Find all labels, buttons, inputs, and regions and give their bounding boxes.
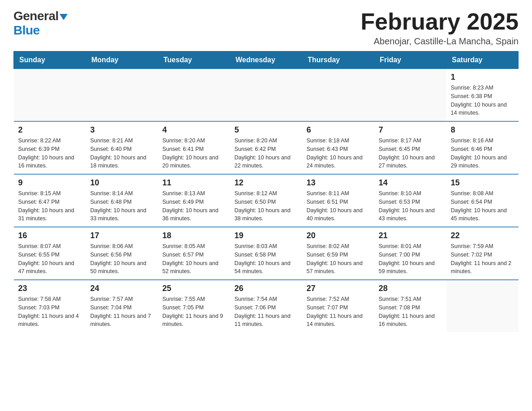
day-info: Sunrise: 7:59 AM Sunset: 7:02 PM Dayligh…: [451, 242, 514, 276]
calendar-cell: 17Sunrise: 8:06 AM Sunset: 6:56 PM Dayli…: [86, 227, 158, 280]
day-info: Sunrise: 8:21 AM Sunset: 6:40 PM Dayligh…: [90, 137, 154, 170]
day-info: Sunrise: 8:13 AM Sunset: 6:49 PM Dayligh…: [163, 189, 226, 223]
calendar-cell: 21Sunrise: 8:01 AM Sunset: 7:00 PM Dayli…: [374, 227, 446, 280]
calendar-week-row: 1Sunrise: 8:23 AM Sunset: 6:38 PM Daylig…: [14, 69, 519, 122]
calendar-cell: 9Sunrise: 8:15 AM Sunset: 6:47 PM Daylig…: [14, 174, 86, 227]
calendar-cell: 24Sunrise: 7:57 AM Sunset: 7:04 PM Dayli…: [86, 280, 158, 332]
day-info: Sunrise: 7:52 AM Sunset: 7:07 PM Dayligh…: [307, 295, 370, 329]
day-info: Sunrise: 7:57 AM Sunset: 7:04 PM Dayligh…: [90, 295, 154, 329]
day-info: Sunrise: 8:18 AM Sunset: 6:43 PM Dayligh…: [307, 137, 370, 170]
logo: General Blue: [13, 9, 68, 38]
day-number: 5: [235, 125, 298, 135]
day-number: 18: [163, 231, 226, 240]
day-info: Sunrise: 7:51 AM Sunset: 7:08 PM Dayligh…: [379, 295, 442, 329]
calendar-cell: 13Sunrise: 8:11 AM Sunset: 6:51 PM Dayli…: [302, 174, 374, 227]
day-info: Sunrise: 8:23 AM Sunset: 6:38 PM Dayligh…: [451, 84, 514, 117]
day-info: Sunrise: 8:16 AM Sunset: 6:46 PM Dayligh…: [451, 137, 514, 170]
calendar-table: SundayMondayTuesdayWednesdayThursdayFrid…: [13, 51, 519, 332]
day-number: 13: [307, 178, 370, 188]
page-subtitle: Abenojar, Castille-La Mancha, Spain: [360, 36, 519, 47]
calendar-cell: 10Sunrise: 8:14 AM Sunset: 6:48 PM Dayli…: [86, 174, 158, 227]
day-info: Sunrise: 8:10 AM Sunset: 6:53 PM Dayligh…: [379, 189, 442, 223]
calendar-cell: 22Sunrise: 7:59 AM Sunset: 7:02 PM Dayli…: [446, 227, 519, 280]
day-number: 4: [163, 125, 226, 135]
day-info: Sunrise: 8:06 AM Sunset: 6:56 PM Dayligh…: [90, 242, 154, 276]
calendar-cell: 15Sunrise: 8:08 AM Sunset: 6:54 PM Dayli…: [446, 174, 519, 227]
day-number: 19: [235, 231, 298, 240]
day-number: 3: [90, 125, 154, 135]
day-info: Sunrise: 7:54 AM Sunset: 7:06 PM Dayligh…: [235, 295, 298, 329]
day-number: 22: [451, 231, 514, 240]
calendar-cell: [14, 69, 86, 122]
column-header-thursday: Thursday: [302, 51, 374, 69]
day-number: 28: [379, 284, 442, 293]
calendar-cell: 16Sunrise: 8:07 AM Sunset: 6:55 PM Dayli…: [14, 227, 86, 280]
day-number: 11: [163, 178, 226, 188]
calendar-cell: 20Sunrise: 8:02 AM Sunset: 6:59 PM Dayli…: [302, 227, 374, 280]
calendar-cell: 2Sunrise: 8:22 AM Sunset: 6:39 PM Daylig…: [14, 121, 86, 174]
day-info: Sunrise: 8:14 AM Sunset: 6:48 PM Dayligh…: [90, 189, 154, 223]
day-number: 7: [379, 125, 442, 135]
calendar-cell: 27Sunrise: 7:52 AM Sunset: 7:07 PM Dayli…: [302, 280, 374, 332]
day-info: Sunrise: 8:07 AM Sunset: 6:55 PM Dayligh…: [18, 242, 82, 276]
calendar-cell: 1Sunrise: 8:23 AM Sunset: 6:38 PM Daylig…: [446, 69, 519, 122]
day-info: Sunrise: 8:01 AM Sunset: 7:00 PM Dayligh…: [379, 242, 442, 276]
calendar-week-row: 23Sunrise: 7:58 AM Sunset: 7:03 PM Dayli…: [14, 280, 519, 332]
day-number: 2: [18, 125, 82, 135]
calendar-cell: 25Sunrise: 7:55 AM Sunset: 7:05 PM Dayli…: [158, 280, 230, 332]
calendar-cell: 3Sunrise: 8:21 AM Sunset: 6:40 PM Daylig…: [86, 121, 158, 174]
calendar-week-row: 9Sunrise: 8:15 AM Sunset: 6:47 PM Daylig…: [14, 174, 519, 227]
column-header-friday: Friday: [374, 51, 446, 69]
calendar-cell: 6Sunrise: 8:18 AM Sunset: 6:43 PM Daylig…: [302, 121, 374, 174]
day-info: Sunrise: 8:02 AM Sunset: 6:59 PM Dayligh…: [307, 242, 370, 276]
calendar-cell: 8Sunrise: 8:16 AM Sunset: 6:46 PM Daylig…: [446, 121, 519, 174]
day-info: Sunrise: 7:58 AM Sunset: 7:03 PM Dayligh…: [18, 295, 82, 329]
calendar-cell: 14Sunrise: 8:10 AM Sunset: 6:53 PM Dayli…: [374, 174, 446, 227]
page-header: General Blue February 2025 Abenojar, Cas…: [13, 9, 519, 47]
column-header-saturday: Saturday: [446, 51, 519, 69]
day-info: Sunrise: 8:03 AM Sunset: 6:58 PM Dayligh…: [235, 242, 298, 276]
page-title: February 2025: [360, 9, 519, 34]
calendar-cell: [446, 280, 519, 332]
day-info: Sunrise: 8:20 AM Sunset: 6:42 PM Dayligh…: [235, 137, 298, 170]
calendar-cell: [86, 69, 158, 122]
column-header-monday: Monday: [86, 51, 158, 69]
day-info: Sunrise: 7:55 AM Sunset: 7:05 PM Dayligh…: [163, 295, 226, 329]
logo-general-text: General: [13, 9, 59, 23]
logo-triangle-icon: [60, 14, 68, 20]
day-number: 17: [90, 231, 154, 240]
column-header-wednesday: Wednesday: [230, 51, 302, 69]
day-number: 6: [307, 125, 370, 135]
day-info: Sunrise: 8:12 AM Sunset: 6:50 PM Dayligh…: [235, 189, 298, 223]
calendar-cell: [230, 69, 302, 122]
day-number: 21: [379, 231, 442, 240]
day-number: 14: [379, 178, 442, 188]
calendar-cell: [374, 69, 446, 122]
day-number: 26: [235, 284, 298, 293]
day-number: 25: [163, 284, 226, 293]
day-number: 20: [307, 231, 370, 240]
column-header-tuesday: Tuesday: [158, 51, 230, 69]
day-info: Sunrise: 8:15 AM Sunset: 6:47 PM Dayligh…: [18, 189, 82, 223]
day-info: Sunrise: 8:05 AM Sunset: 6:57 PM Dayligh…: [163, 242, 226, 276]
day-info: Sunrise: 8:22 AM Sunset: 6:39 PM Dayligh…: [18, 137, 82, 170]
calendar-cell: 11Sunrise: 8:13 AM Sunset: 6:49 PM Dayli…: [158, 174, 230, 227]
day-number: 15: [451, 178, 514, 188]
calendar-cell: 28Sunrise: 7:51 AM Sunset: 7:08 PM Dayli…: [374, 280, 446, 332]
day-number: 16: [18, 231, 82, 240]
calendar-cell: 4Sunrise: 8:20 AM Sunset: 6:41 PM Daylig…: [158, 121, 230, 174]
day-info: Sunrise: 8:17 AM Sunset: 6:45 PM Dayligh…: [379, 137, 442, 170]
calendar-header: SundayMondayTuesdayWednesdayThursdayFrid…: [14, 51, 519, 69]
calendar-body: 1Sunrise: 8:23 AM Sunset: 6:38 PM Daylig…: [14, 69, 519, 333]
calendar-week-row: 16Sunrise: 8:07 AM Sunset: 6:55 PM Dayli…: [14, 227, 519, 280]
calendar-cell: 18Sunrise: 8:05 AM Sunset: 6:57 PM Dayli…: [158, 227, 230, 280]
day-number: 8: [451, 125, 514, 135]
day-number: 9: [18, 178, 82, 188]
logo-blue-text: Blue: [13, 23, 40, 37]
calendar-cell: 19Sunrise: 8:03 AM Sunset: 6:58 PM Dayli…: [230, 227, 302, 280]
column-header-sunday: Sunday: [14, 51, 86, 69]
day-number: 24: [90, 284, 154, 293]
calendar-cell: [158, 69, 230, 122]
title-block: February 2025 Abenojar, Castille-La Manc…: [360, 9, 519, 47]
day-number: 27: [307, 284, 370, 293]
